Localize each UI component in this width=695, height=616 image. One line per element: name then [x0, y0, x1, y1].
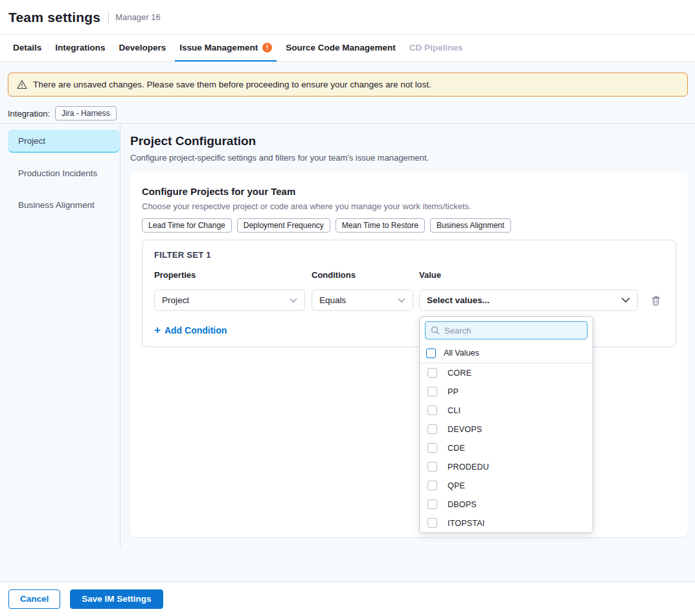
trash-icon: [651, 295, 661, 306]
value-select-dropdown: All Values CORE PP CLI DEVOPS CDE PRODED…: [419, 316, 593, 533]
delete-filter-row-button[interactable]: [650, 294, 662, 307]
value-multiselect[interactable]: Select values...: [419, 290, 638, 311]
chip-deployment-frequency[interactable]: Deployment Frequency: [237, 218, 330, 233]
checkbox[interactable]: [427, 405, 437, 415]
configure-projects-card: Configure Projects for your Team Choose …: [130, 172, 688, 537]
condition-select[interactable]: Equals: [312, 290, 413, 311]
chip-lead-time-for-change[interactable]: Lead Time for Change: [142, 218, 232, 233]
main-panel: Project Configuration Configure project-…: [120, 124, 695, 547]
metric-chip-row: Lead Time for Change Deployment Frequenc…: [142, 218, 676, 233]
checkbox[interactable]: [427, 518, 437, 528]
chevron-down-icon: [290, 298, 297, 303]
option-core[interactable]: CORE: [420, 363, 593, 382]
tab-issue-management[interactable]: Issue Management !: [175, 35, 277, 62]
integration-chip[interactable]: Jira - Harness: [55, 106, 117, 120]
section-title: Project Configuration: [130, 134, 688, 148]
checkbox[interactable]: [427, 462, 437, 472]
card-title: Configure Projects for your Team: [142, 186, 676, 197]
save-im-settings-button[interactable]: Save IM Settings: [70, 589, 163, 609]
chip-business-alignment[interactable]: Business Alignment: [430, 218, 511, 233]
settings-sidebar: Project Production Incidents Business Al…: [0, 124, 120, 547]
page-title: Team settings: [8, 10, 100, 25]
select-all-option[interactable]: All Values: [420, 343, 593, 363]
checkbox[interactable]: [427, 368, 437, 378]
team-name-label: Manager 16: [115, 12, 160, 22]
all-values-checkbox[interactable]: [426, 348, 436, 358]
chevron-down-icon: [621, 297, 630, 303]
chip-mean-time-to-restore[interactable]: Mean Time to Restore: [336, 218, 425, 233]
option-prodedu[interactable]: PRODEDU: [420, 457, 593, 476]
option-cli[interactable]: CLI: [420, 401, 593, 420]
properties-column-label: Properties: [154, 270, 312, 280]
option-dbops[interactable]: DBOPS: [420, 495, 593, 514]
filter-set-title: FILTER SET 1: [154, 250, 664, 260]
sidebar-item-business-alignment[interactable]: Business Alignment: [8, 193, 120, 216]
checkbox[interactable]: [427, 499, 437, 509]
checkbox[interactable]: [427, 481, 437, 490]
filter-row: Project Equals Select values...: [154, 290, 664, 311]
unsaved-alert-badge-icon: !: [262, 43, 272, 52]
property-select[interactable]: Project: [154, 290, 305, 311]
action-footer: Cancel Save IM Settings: [0, 581, 695, 616]
plus-icon: +: [154, 325, 161, 336]
option-pipe[interactable]: PIPE: [420, 532, 593, 533]
tab-cd-pipelines: CD Pipelines: [405, 35, 468, 62]
add-condition-button[interactable]: + Add Condition: [154, 325, 227, 336]
value-column-label: Value: [419, 270, 638, 280]
tab-source-code-management[interactable]: Source Code Management: [281, 35, 400, 62]
option-itopstai[interactable]: ITOPSTAI: [420, 514, 593, 532]
team-settings-page: Team settings Manager 16 Details Integra…: [0, 0, 695, 616]
settings-tabbar: Details Integrations Developers Issue Ma…: [0, 34, 695, 62]
chevron-down-icon: [398, 298, 405, 303]
filter-column-headers: Properties Conditions Value: [154, 270, 664, 280]
option-qpe[interactable]: QPE: [420, 476, 593, 495]
conditions-column-label: Conditions: [312, 270, 419, 280]
banner-message: There are unsaved changes. Please save t…: [33, 80, 431, 89]
warning-triangle-icon: [17, 80, 27, 89]
search-input[interactable]: [444, 326, 582, 336]
tab-details[interactable]: Details: [8, 35, 46, 62]
card-subtitle: Choose your respective project or code a…: [142, 201, 676, 211]
integration-row: Integration: Jira - Harness: [8, 106, 695, 120]
checkbox[interactable]: [427, 387, 437, 396]
section-subtitle: Configure project-specific settings and …: [130, 153, 688, 163]
search-icon: [431, 326, 440, 335]
sidebar-item-project[interactable]: Project: [8, 130, 120, 153]
checkbox[interactable]: [427, 443, 437, 453]
tab-developers[interactable]: Developers: [115, 35, 171, 62]
title-divider: [108, 12, 109, 23]
option-cde[interactable]: CDE: [420, 439, 593, 457]
dropdown-search-box[interactable]: [425, 321, 587, 339]
unsaved-changes-banner: There are unsaved changes. Please save t…: [8, 73, 688, 97]
page-header: Team settings Manager 16: [0, 0, 695, 34]
dropdown-search-wrap: [420, 317, 593, 343]
content-area: There are unsaved changes. Please save t…: [0, 62, 695, 581]
sidebar-item-production-incidents[interactable]: Production Incidents: [8, 161, 120, 185]
checkbox[interactable]: [427, 424, 437, 434]
option-pp[interactable]: PP: [420, 382, 593, 401]
cancel-button[interactable]: Cancel: [8, 589, 60, 609]
integration-label: Integration:: [8, 109, 50, 119]
filter-set-1: FILTER SET 1 Properties Conditions Value…: [142, 240, 676, 347]
tab-integrations[interactable]: Integrations: [51, 35, 109, 62]
option-devops[interactable]: DEVOPS: [420, 420, 593, 439]
